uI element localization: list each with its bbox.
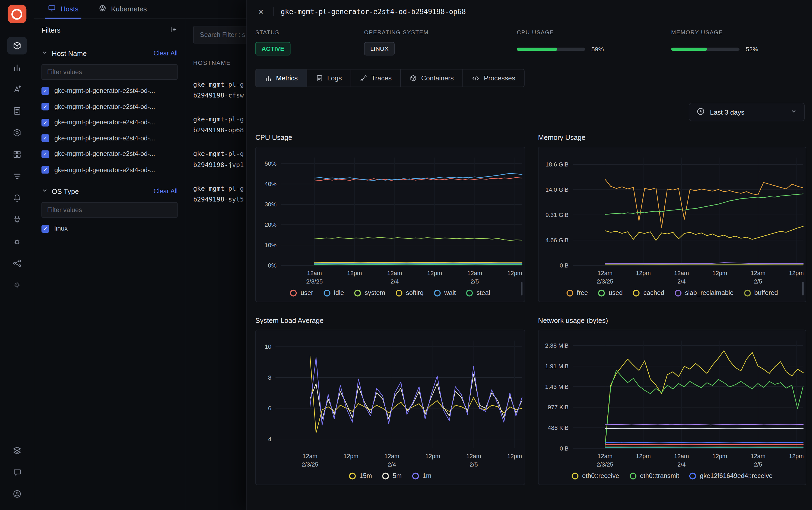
checkbox-checked-icon: ✓ xyxy=(41,225,50,233)
nav-item-mesh[interactable] xyxy=(7,124,27,141)
time-range-bar: Last 3 days xyxy=(255,103,812,121)
legend-scrollbar[interactable] xyxy=(802,282,804,295)
filters-panel: Filters Host Name Clear All ✓gke-mgmt-pl… xyxy=(34,18,185,510)
legend-item[interactable]: 5m xyxy=(382,472,402,480)
legend-item[interactable]: free xyxy=(566,289,588,296)
os-type-option[interactable]: ✓linux xyxy=(41,221,178,236)
app-logo[interactable] xyxy=(8,5,26,23)
svg-text:10%: 10% xyxy=(265,242,276,249)
drawer-header: ✕ gke-mgmt-pl-generator-e2st4-od-b294919… xyxy=(255,3,812,20)
tab-metrics[interactable]: Metrics xyxy=(255,69,307,87)
svg-text:12am: 12am xyxy=(467,270,482,277)
clear-all-host-name[interactable]: Clear All xyxy=(154,50,178,57)
svg-text:12am: 12am xyxy=(751,453,765,459)
tab-traces[interactable]: Traces xyxy=(351,69,401,87)
legend-swatch-icon xyxy=(466,289,473,296)
filter-section-host-name[interactable]: Host Name Clear All xyxy=(41,49,178,58)
os-type-filter-input[interactable] xyxy=(41,202,178,218)
nav-item-service-map[interactable] xyxy=(7,254,27,272)
checkbox-checked-icon: ✓ xyxy=(41,135,50,142)
clear-all-os-type[interactable]: Clear All xyxy=(154,188,178,195)
legend-item[interactable]: user xyxy=(290,289,313,296)
checkbox-checked-icon: ✓ xyxy=(41,103,50,111)
legend-item[interactable]: slab_reclaimable xyxy=(675,289,733,296)
legend-item[interactable]: eth0::receive xyxy=(572,472,619,480)
nav-item-logs[interactable] xyxy=(7,102,27,120)
legend-item[interactable]: 1m xyxy=(412,472,431,480)
legend-swatch-icon xyxy=(633,289,640,296)
svg-text:12am: 12am xyxy=(674,270,689,277)
bar-chart-icon xyxy=(265,75,272,82)
nav-item-resources[interactable] xyxy=(7,442,27,459)
memory-usage-percent: 52% xyxy=(746,46,758,53)
legend-scrollbar[interactable] xyxy=(521,282,523,295)
legend-label: free xyxy=(577,289,588,296)
cpu-usage-legend: useridlesystemsoftirqwaitsteal xyxy=(256,289,524,296)
nav-item-metrics[interactable] xyxy=(7,59,27,76)
legend-item[interactable]: cached xyxy=(633,289,664,296)
system-load-plot: 4681012am2/3/2512pm12am2/412pm12am2/512p… xyxy=(256,335,524,470)
memory-usage-stat: MEMORY USAGE 52% xyxy=(671,29,804,55)
legend-item[interactable]: wait xyxy=(434,289,456,296)
app-sidebar xyxy=(0,0,34,510)
kubernetes-icon xyxy=(98,4,107,14)
cpu-usage-chart-panel: 0%10%20%30%40%50%12am2/3/2512pm12am2/412… xyxy=(255,147,525,302)
os-stat: OPERATING SYSTEM LINUX xyxy=(364,29,517,55)
drawer-tabs: Metrics Logs Traces Containers Processes xyxy=(255,69,812,87)
legend-item[interactable]: system xyxy=(355,289,385,296)
nav-item-account[interactable] xyxy=(7,485,27,503)
nav-item-support[interactable] xyxy=(7,463,27,481)
nav-item-integrations[interactable] xyxy=(7,211,27,229)
chevron-down-icon xyxy=(41,187,48,196)
host-name-filter-input[interactable] xyxy=(41,64,178,80)
infrastructure-icon xyxy=(12,41,22,50)
legend-item[interactable]: eth0::transmit xyxy=(630,472,679,480)
network-usage-chart-panel: 0 B488 KiB977 KiB1.43 MiB1.91 MiB2.38 Mi… xyxy=(538,330,806,485)
nav-item-pipelines[interactable] xyxy=(7,167,27,185)
chart-title: Network usage (bytes) xyxy=(538,317,806,324)
close-icon[interactable]: ✕ xyxy=(255,6,267,17)
nav-item-services[interactable] xyxy=(7,80,27,98)
host-name-option[interactable]: ✓gke-mgmt-pl-generator-e2st4-od-... xyxy=(41,146,178,162)
nav-item-settings[interactable] xyxy=(7,276,27,294)
host-name-option[interactable]: ✓gke-mgmt-pl-generator-e2st4-od-... xyxy=(41,130,178,146)
nav-item-exceptions[interactable] xyxy=(7,233,27,250)
legend-item[interactable]: softirq xyxy=(396,289,424,296)
svg-text:12pm: 12pm xyxy=(507,270,522,277)
legend-item[interactable]: buffered xyxy=(744,289,778,296)
tab-containers[interactable]: Containers xyxy=(400,69,463,87)
tab-logs[interactable]: Logs xyxy=(306,69,351,87)
svg-text:2/4: 2/4 xyxy=(391,278,399,285)
nav-item-alerts[interactable] xyxy=(7,189,27,207)
logo-icon xyxy=(11,8,22,19)
filter-section-os-type[interactable]: OS Type Clear All xyxy=(41,187,178,196)
host-name-option[interactable]: ✓gke-mgmt-pl-generator-e2st4-od-... xyxy=(41,115,178,130)
svg-text:2/3/25: 2/3/25 xyxy=(597,461,613,468)
tab-processes[interactable]: Processes xyxy=(462,69,524,87)
time-range-select[interactable]: Last 3 days xyxy=(689,103,805,121)
chart-title: Memory Usage xyxy=(538,134,806,141)
legend-item[interactable]: used xyxy=(598,289,623,296)
nav-item-dashboards[interactable] xyxy=(7,146,27,163)
legend-item[interactable]: gke12f61649ed4::receive xyxy=(690,472,773,480)
legend-item[interactable]: 15m xyxy=(349,472,372,480)
legend-label: wait xyxy=(444,289,456,296)
host-name-option[interactable]: ✓gke-mgmt-pl-generator-e2st4-od-... xyxy=(41,162,178,178)
tab-hosts[interactable]: Hosts xyxy=(48,0,79,18)
tab-kubernetes[interactable]: Kubernetes xyxy=(98,0,147,18)
legend-item[interactable]: steal xyxy=(466,289,490,296)
host-name-option[interactable]: ✓gke-mgmt-pl-generator-e2st4-od-... xyxy=(41,99,178,115)
legend-swatch-icon xyxy=(355,289,361,296)
legend-swatch-icon xyxy=(630,473,636,479)
nav-item-infrastructure[interactable] xyxy=(7,37,27,55)
legend-label: idle xyxy=(334,289,344,296)
legend-label: system xyxy=(365,289,385,296)
collapse-panel-icon[interactable] xyxy=(169,25,178,35)
legend-item[interactable]: idle xyxy=(324,289,344,296)
app-root: Hosts Kubernetes Filters Host Name Clear… xyxy=(0,0,812,510)
svg-text:8: 8 xyxy=(268,374,271,381)
legend-swatch-icon xyxy=(290,289,297,296)
svg-text:12am: 12am xyxy=(384,453,399,459)
legend-swatch-icon xyxy=(382,473,389,479)
host-name-option[interactable]: ✓gke-mgmt-pl-generator-e2st4-od-... xyxy=(41,83,178,98)
